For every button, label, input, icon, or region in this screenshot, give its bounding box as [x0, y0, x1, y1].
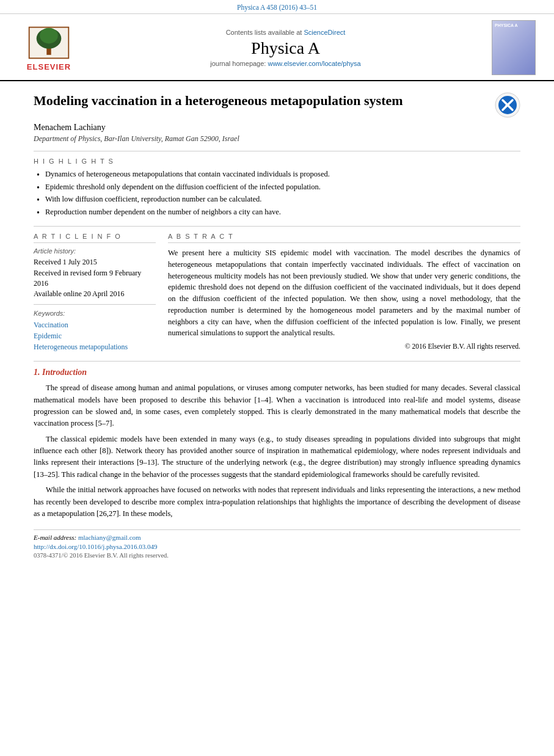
- article-title: Modeling vaccination in a heterogeneous …: [34, 92, 486, 110]
- svg-rect-1: [46, 48, 51, 54]
- keywords-label: Keywords:: [34, 310, 156, 317]
- keyword-1[interactable]: Vaccination: [34, 319, 156, 330]
- highlights-section: H I G H L I G H T S Dynamics of heteroge…: [34, 158, 520, 217]
- abstract-col: A B S T R A C T We present here a multic…: [168, 233, 520, 352]
- footer-section: E-mail address: mlachiany@gmail.com http…: [34, 529, 520, 559]
- email-label: E-mail address:: [34, 534, 76, 541]
- doi-link[interactable]: http://dx.doi.org/10.1016/j.physa.2016.0…: [34, 543, 520, 550]
- svg-text:✓: ✓: [504, 100, 511, 110]
- intro-paragraph-3: While the initial network approaches hav…: [34, 484, 520, 520]
- highlight-item-2: Epidemic threshold only dependent on the…: [37, 182, 520, 193]
- journal-center-info: Contents lists available at ScienceDirec…: [79, 29, 492, 67]
- thumbnail-label: PHYSICA A: [495, 23, 518, 27]
- journal-thumbnail: PHYSICA A: [492, 20, 536, 75]
- sciencedirect-link[interactable]: ScienceDirect: [304, 29, 345, 36]
- highlights-heading: H I G H L I G H T S: [34, 158, 520, 165]
- introduction-section: 1. Introduction The spread of disease am…: [34, 368, 520, 520]
- contents-line: Contents lists available at ScienceDirec…: [79, 29, 492, 36]
- citation-bar: Physica A 458 (2016) 43–51: [0, 0, 554, 14]
- intro-section-title: 1. Introduction: [34, 368, 520, 377]
- abstract-copyright: © 2016 Elsevier B.V. All rights reserved…: [168, 343, 520, 350]
- citation-text: Physica A 458 (2016) 43–51: [237, 4, 317, 11]
- intro-paragraph-2: The classical epidemic models have been …: [34, 434, 520, 481]
- elsevier-brand-label: ELSEVIER: [27, 62, 71, 71]
- journal-homepage-line: journal homepage: www.elsevier.com/locat…: [79, 60, 492, 67]
- highlight-item-3: With low diffusion coefficient, reproduc…: [37, 194, 520, 205]
- divider-before-intro: [34, 361, 520, 362]
- highlights-list: Dynamics of heterogeneous metapopulation…: [34, 169, 520, 217]
- highlight-item-4: Reproduction number dependent on the num…: [37, 207, 520, 218]
- article-title-section: Modeling vaccination in a heterogeneous …: [34, 92, 520, 118]
- footer-copyright: 0378-4371/© 2016 Elsevier B.V. All right…: [34, 552, 520, 559]
- homepage-url[interactable]: www.elsevier.com/locate/physa: [268, 60, 360, 67]
- article-info-heading: A R T I C L E I N F O: [34, 233, 156, 243]
- received-date: Received 1 July 2015: [34, 257, 156, 267]
- revised-date: Received in revised form 9 February 2016: [34, 268, 156, 289]
- svg-point-3: [40, 27, 58, 43]
- paper-content: Modeling vaccination in a heterogeneous …: [0, 81, 554, 571]
- keywords-divider: [34, 304, 156, 305]
- author-affiliation: Department of Physics, Bar-Ilan Universi…: [34, 134, 520, 144]
- elsevier-tree-icon: [24, 24, 73, 61]
- divider-after-highlights: [34, 226, 520, 227]
- journal-header: ELSEVIER Contents lists available at Sci…: [0, 14, 554, 81]
- highlight-item-1: Dynamics of heterogeneous metapopulation…: [37, 169, 520, 180]
- available-date: Available online 20 April 2016: [34, 289, 156, 299]
- journal-title: Physica A: [79, 38, 492, 58]
- article-info-abstract-cols: A R T I C L E I N F O Article history: R…: [34, 233, 520, 352]
- keyword-3[interactable]: Heterogeneous metapopulations: [34, 341, 156, 352]
- author-name: Menachem Lachiany: [34, 123, 520, 133]
- elsevier-logo: ELSEVIER: [18, 24, 79, 71]
- article-info-col: A R T I C L E I N F O Article history: R…: [34, 233, 156, 352]
- article-history-label: Article history:: [34, 247, 156, 255]
- crossmark-logo-icon: ✓: [495, 92, 520, 118]
- abstract-heading: A B S T R A C T: [168, 233, 520, 243]
- abstract-text: We present here a multicity SIS epidemic…: [168, 247, 520, 339]
- keyword-2[interactable]: Epidemic: [34, 330, 156, 341]
- intro-paragraph-1: The spread of disease among human and an…: [34, 382, 520, 430]
- divider-after-author: [34, 151, 520, 151]
- email-address[interactable]: mlachiany@gmail.com: [78, 534, 141, 541]
- email-line: E-mail address: mlachiany@gmail.com: [34, 534, 520, 541]
